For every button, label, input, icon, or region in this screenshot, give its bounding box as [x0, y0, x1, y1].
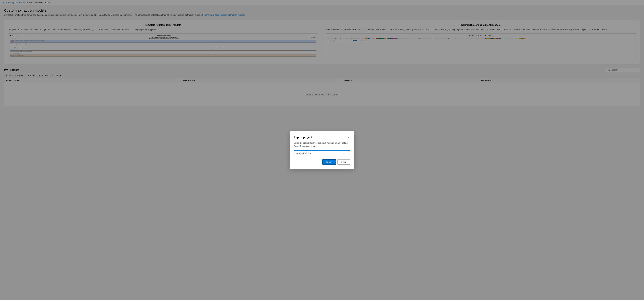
project-token-input[interactable] [294, 150, 350, 156]
modal-header: Import project × [294, 136, 350, 139]
modal-cancel-button[interactable]: Close [337, 159, 350, 164]
modal-overlay: Import project × Enter the project token… [0, 0, 644, 300]
modal-close-button[interactable]: × [346, 136, 350, 139]
import-project-modal: Import project × Enter the project token… [290, 131, 354, 169]
modal-footer: Import Close [294, 159, 350, 164]
import-confirm-button[interactable]: Import [322, 159, 336, 164]
modal-title: Import project [294, 136, 312, 139]
modal-description: Enter the project token to continue work… [294, 142, 350, 148]
